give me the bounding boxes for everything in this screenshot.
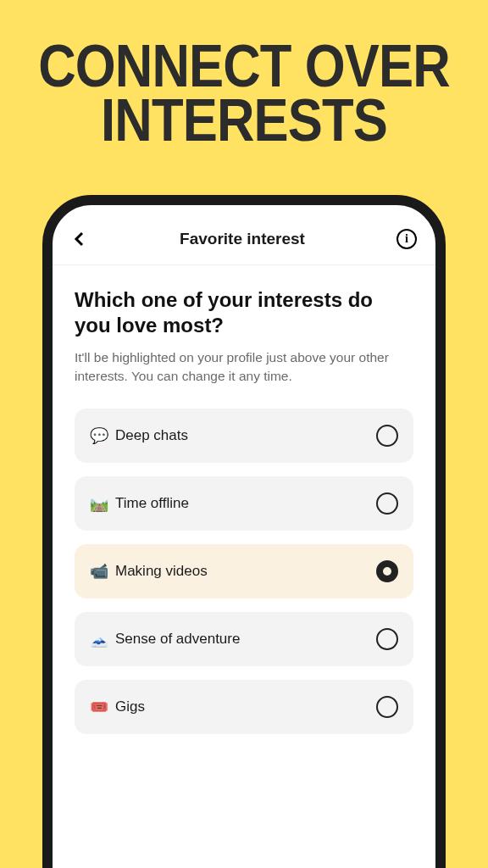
option-label: Gigs (115, 698, 145, 715)
video-icon: 📹 (90, 562, 108, 581)
option-left: 🛤️ Time offline (90, 494, 189, 513)
option-label: Making videos (115, 563, 208, 580)
hero-line-2: INTERESTS (30, 93, 459, 147)
option-label: Deep chats (115, 427, 188, 444)
radio-checked-icon (376, 560, 398, 582)
radio-unchecked-icon (376, 425, 398, 447)
question-heading: Which one of your interests do you love … (75, 287, 413, 338)
option-time-offline[interactable]: 🛤️ Time offline (75, 476, 413, 531)
option-left: 🗻 Sense of adventure (90, 630, 240, 648)
option-left: 📹 Making videos (90, 562, 208, 581)
info-button[interactable]: i (396, 229, 417, 249)
nav-title: Favorite interest (180, 230, 305, 248)
chat-icon: 💬 (90, 426, 108, 445)
options-list: 💬 Deep chats 🛤️ Time offline 📹 Ma (75, 409, 413, 734)
chevron-left-icon (74, 231, 86, 247)
ticket-icon: 🎟️ (90, 698, 108, 716)
option-making-videos[interactable]: 📹 Making videos (75, 544, 413, 598)
option-left: 💬 Deep chats (90, 426, 188, 445)
option-label: Time offline (115, 495, 189, 512)
question-subtext: It'll be highlighted on your profile jus… (75, 348, 413, 385)
option-deep-chats[interactable]: 💬 Deep chats (75, 409, 413, 463)
option-label: Sense of adventure (115, 631, 240, 648)
mountain-icon: 🗻 (90, 630, 108, 648)
option-left: 🎟️ Gigs (90, 698, 145, 716)
phone-frame: Favorite interest i Which one of your in… (42, 195, 446, 868)
phone-screen: Favorite interest i Which one of your in… (53, 205, 435, 868)
radio-unchecked-icon (376, 492, 398, 515)
nav-bar: Favorite interest i (53, 205, 435, 265)
info-icon: i (405, 232, 408, 246)
hero-title: CONNECT OVER INTERESTS (30, 0, 459, 148)
content-area: Which one of your interests do you love … (53, 265, 435, 868)
radio-unchecked-icon (376, 628, 398, 650)
back-button[interactable] (71, 231, 88, 248)
radio-unchecked-icon (376, 696, 398, 718)
option-sense-of-adventure[interactable]: 🗻 Sense of adventure (75, 612, 413, 666)
hero-line-1: CONNECT OVER (30, 39, 459, 93)
rail-icon: 🛤️ (90, 494, 108, 513)
option-gigs[interactable]: 🎟️ Gigs (75, 680, 413, 734)
